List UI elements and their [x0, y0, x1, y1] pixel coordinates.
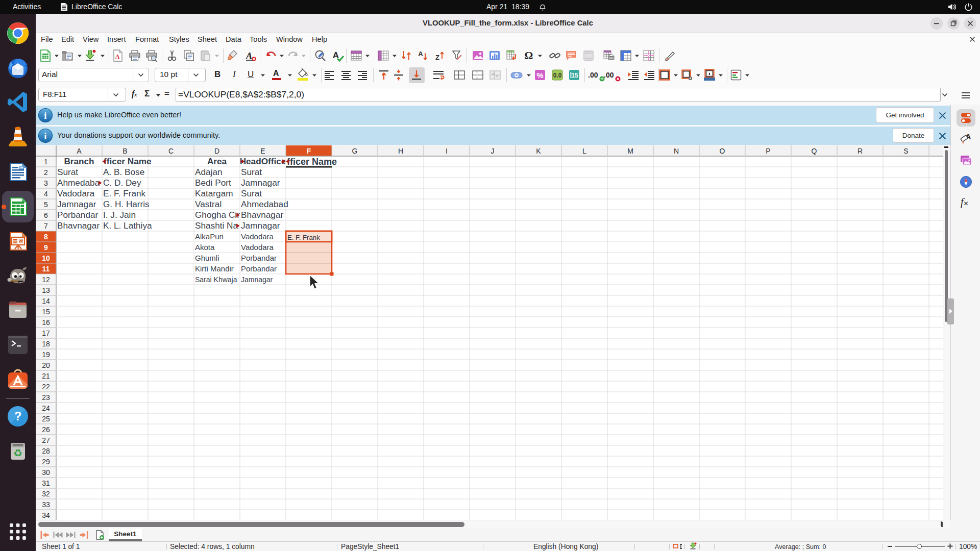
svg-text:Vadodara: Vadodara	[57, 188, 95, 198]
svg-text:K: K	[536, 147, 541, 155]
svg-text:34: 34	[42, 511, 50, 519]
svg-text:Jamnagar: Jamnagar	[241, 220, 280, 231]
svg-text:2: 2	[44, 168, 48, 177]
svg-text:fficer Name: fficer Name	[104, 156, 152, 166]
svg-text:Surat: Surat	[241, 167, 262, 177]
svg-text:Z: Z	[435, 54, 439, 61]
svg-text:F: F	[307, 147, 311, 155]
svg-text:A. B. Bose: A. B. Bose	[103, 167, 144, 177]
svg-text:17: 17	[42, 329, 50, 337]
svg-text:K. L. Lathiya: K. L. Lathiya	[103, 220, 152, 231]
svg-text:A: A	[418, 50, 423, 58]
svg-text:13: 13	[42, 286, 50, 294]
svg-text:Shashti Na: Shashti Na	[195, 220, 238, 231]
svg-text:Kirti Mandir: Kirti Mandir	[195, 264, 234, 273]
svg-text:31: 31	[42, 479, 50, 487]
svg-text:L: L	[582, 147, 586, 155]
svg-text:12: 12	[42, 276, 50, 284]
svg-text:29: 29	[42, 458, 50, 466]
svg-text:28: 28	[42, 447, 50, 455]
svg-text:Vadodara: Vadodara	[241, 232, 274, 241]
svg-text:i: i	[44, 131, 46, 141]
svg-text:M: M	[627, 147, 633, 155]
svg-text:Bhavnagar: Bhavnagar	[241, 210, 283, 220]
svg-text:R: R	[857, 147, 863, 155]
svg-text:33: 33	[42, 500, 50, 509]
svg-text:B: B	[122, 147, 127, 155]
svg-text:Jamnagar: Jamnagar	[241, 178, 280, 188]
svg-text:Akota: Akota	[195, 243, 215, 252]
svg-text:9: 9	[44, 243, 48, 252]
svg-text:24: 24	[42, 404, 50, 412]
svg-text:Porbandar: Porbandar	[57, 210, 99, 220]
svg-text:♻: ♻	[13, 447, 22, 459]
svg-text:10: 10	[42, 254, 50, 262]
svg-text:A: A	[246, 51, 253, 61]
svg-text:Porbandar: Porbandar	[241, 254, 277, 262]
svg-text:15: 15	[42, 308, 50, 316]
svg-text:Surat: Surat	[241, 188, 262, 198]
svg-text:HeadOffice: HeadOffice	[240, 156, 286, 166]
svg-text:3: 3	[44, 179, 48, 187]
svg-text:Ω: Ω	[525, 49, 533, 62]
svg-text:Vastral: Vastral	[195, 199, 222, 209]
svg-text:Ahmedabad: Ahmedabad	[241, 199, 288, 209]
svg-text:I. J. Jain: I. J. Jain	[103, 210, 136, 220]
svg-text:1: 1	[44, 158, 48, 166]
svg-text:0.0: 0.0	[553, 72, 562, 79]
svg-text:22: 22	[42, 383, 50, 391]
svg-text:Jamnagar: Jamnagar	[57, 199, 96, 209]
svg-text:19: 19	[42, 350, 50, 359]
svg-text:S: S	[903, 147, 908, 155]
svg-text:fficer Name: fficer Name	[287, 157, 337, 167]
svg-text:26: 26	[42, 425, 50, 434]
svg-text:Adajan: Adajan	[195, 167, 223, 177]
svg-text:P: P	[766, 147, 770, 155]
svg-text:E: E	[260, 147, 265, 155]
svg-text:15: 15	[571, 72, 578, 79]
svg-text:E. F. Frank: E. F. Frank	[103, 188, 145, 198]
svg-text:N: N	[674, 147, 679, 155]
svg-text:Vadodara: Vadodara	[241, 243, 274, 252]
svg-text:30: 30	[42, 468, 50, 477]
svg-text:32: 32	[42, 490, 50, 498]
svg-text:6: 6	[44, 211, 48, 219]
svg-text:C. D. Dey: C. D. Dey	[103, 178, 141, 188]
svg-text:G: G	[352, 147, 358, 155]
svg-text:5: 5	[44, 201, 48, 209]
svg-text:20: 20	[42, 361, 50, 369]
svg-text:Bedi Port: Bedi Port	[195, 178, 231, 188]
svg-text:25: 25	[42, 415, 50, 423]
svg-text:AlkaPuri: AlkaPuri	[195, 232, 224, 241]
svg-text:Porbandar: Porbandar	[241, 264, 277, 273]
svg-text:%: %	[536, 71, 543, 80]
svg-text:23: 23	[42, 393, 50, 402]
svg-text:E. F. Frank: E. F. Frank	[287, 234, 320, 241]
svg-text:Area: Area	[207, 156, 227, 166]
svg-text:G. H. Harris: G. H. Harris	[103, 199, 150, 209]
svg-text:7: 7	[44, 222, 48, 230]
svg-text:Bhavnagar: Bhavnagar	[57, 220, 100, 231]
svg-text:11: 11	[42, 265, 50, 273]
svg-text:I: I	[446, 147, 448, 155]
svg-text:J: J	[491, 147, 495, 155]
svg-text:21: 21	[42, 372, 50, 380]
svg-text:O: O	[720, 147, 725, 155]
svg-text:Q: Q	[812, 147, 817, 155]
svg-text:H: H	[398, 147, 403, 155]
svg-text:D: D	[214, 147, 219, 155]
svg-text:i: i	[44, 110, 46, 121]
svg-text:Surat: Surat	[57, 167, 78, 177]
svg-text:Ghumli: Ghumli	[195, 254, 219, 262]
svg-text:A: A	[77, 147, 82, 155]
svg-text:Jamnagar: Jamnagar	[241, 276, 273, 284]
svg-text:Katargam: Katargam	[195, 188, 233, 198]
svg-text:Sarai Khwaja: Sarai Khwaja	[195, 276, 237, 284]
svg-text:Branch: Branch	[64, 156, 94, 166]
svg-text:27: 27	[42, 436, 50, 444]
svg-text:14: 14	[42, 297, 50, 305]
svg-text:8: 8	[44, 233, 48, 241]
svg-text:A: A	[115, 53, 120, 60]
svg-text:Ahmedaba: Ahmedaba	[57, 178, 100, 188]
svg-text:16: 16	[42, 318, 50, 327]
